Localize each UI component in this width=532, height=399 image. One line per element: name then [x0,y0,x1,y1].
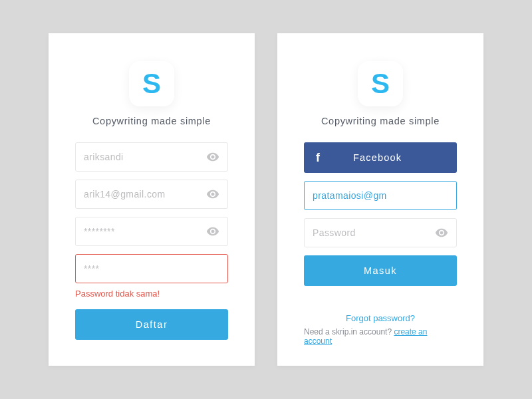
username-value: ariksandi [84,152,206,162]
signup-card: S Copywriting made simple ariksandi arik… [49,33,255,366]
logo-s-icon: S [371,68,390,100]
app-logo: S [358,61,403,106]
tagline: Copywriting made simple [92,116,211,126]
confirm-password-field[interactable]: **** [75,254,228,283]
username-field[interactable]: ariksandi [75,142,228,172]
signup-button[interactable]: Daftar [75,309,228,340]
eye-icon[interactable] [206,225,219,238]
login-card: S Copywriting made simple f Facebook pra… [277,33,483,366]
forgot-password-link[interactable]: Forgot password? [346,313,415,323]
email-field[interactable]: arik14@gmail.com [75,180,228,209]
confirm-password-value: **** [84,263,219,274]
password-value: ******** [84,226,206,237]
eye-icon[interactable] [206,188,219,201]
login-email-value: pratamaiosi@gm [313,190,448,201]
signup-prompt-text: Need a skrip.in account? [304,327,394,336]
login-button[interactable]: Masuk [304,255,457,286]
facebook-login-button[interactable]: f Facebook [304,142,457,173]
facebook-label: Facebook [310,152,445,163]
password-field[interactable]: ******** [75,217,228,246]
login-password-field[interactable]: Password [304,218,457,247]
login-password-placeholder: Password [313,227,435,238]
email-value: arik14@gmail.com [84,189,206,200]
tagline: Copywriting made simple [321,116,440,126]
eye-icon[interactable] [206,150,219,164]
signup-prompt: Need a skrip.in account? create an accou… [304,327,457,346]
eye-icon[interactable] [435,226,448,239]
error-message: Password tidak sama! [75,289,228,299]
login-email-field[interactable]: pratamaiosi@gm [304,181,457,210]
app-logo: S [129,61,174,106]
logo-s-icon: S [142,68,161,100]
